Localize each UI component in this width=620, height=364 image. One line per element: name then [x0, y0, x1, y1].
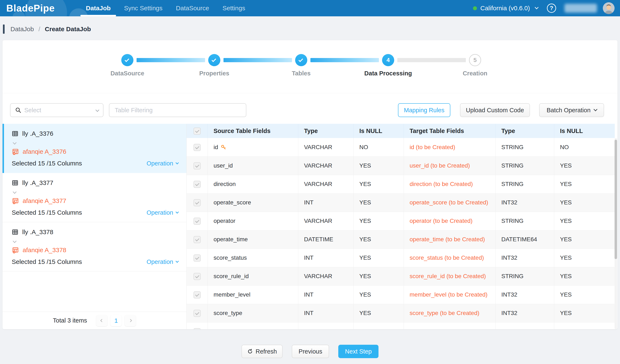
operation-dropdown[interactable]: Operation — [147, 258, 178, 265]
nav-item-datasource[interactable]: DataSource — [169, 0, 216, 16]
batch-operation-button[interactable]: Batch Operation — [539, 103, 604, 117]
selected-columns-text: Selected 15 /15 Columns — [12, 209, 82, 216]
target-field-name: operate_time (to be Created) — [404, 230, 495, 249]
step-connector — [397, 58, 466, 62]
row-checkbox[interactable] — [194, 181, 201, 188]
row-checkbox[interactable] — [194, 236, 201, 243]
fields-mapping-table: Source Table Fields Type Is NULL Target … — [187, 124, 618, 329]
step-label-properties: Properties — [199, 70, 229, 77]
avatar[interactable] — [603, 2, 615, 14]
target-field-type: DATETIME64 — [495, 230, 554, 249]
step-circle-datasource — [121, 54, 133, 66]
step-connector — [223, 58, 292, 62]
row-checkbox[interactable] — [194, 328, 201, 329]
target-field-name: user_id (to be Created) — [404, 156, 495, 175]
source-field-type: DATETIME — [298, 230, 353, 249]
help-icon[interactable]: ? — [547, 3, 556, 13]
pagination-page-1[interactable]: 1 — [110, 315, 122, 326]
expand-chevron-icon[interactable] — [13, 240, 178, 243]
target-field-name: operate_score (to be Created) — [404, 193, 495, 212]
table-filter-input[interactable] — [115, 107, 240, 114]
table-list-item[interactable]: lly .A_3378 afanqie A_33 — [2, 222, 186, 272]
breadcrumb-parent[interactable]: DataJob — [11, 26, 34, 33]
row-checkbox[interactable] — [194, 255, 201, 262]
table-row: operate_time DATETIME YES operate_time (… — [187, 230, 615, 249]
chevron-down-icon — [175, 210, 179, 214]
username-blurred[interactable] — [564, 4, 597, 13]
table-filter-field — [109, 103, 246, 117]
selected-columns-text: Selected 15 /15 Columns — [12, 258, 82, 265]
target-table-icon — [12, 197, 19, 204]
source-field-name: operate_score — [208, 193, 298, 212]
mapping-rules-button[interactable]: Mapping Rules — [398, 103, 450, 117]
source-field-name: id — [214, 143, 218, 151]
target-field-type: STRING — [495, 156, 554, 175]
row-checkbox[interactable] — [194, 144, 201, 151]
check-icon — [298, 57, 303, 62]
select-input[interactable] — [24, 107, 94, 114]
row-checkbox[interactable] — [194, 291, 201, 298]
target-table-icon — [12, 246, 19, 254]
pagination-prev-button[interactable] — [96, 315, 108, 326]
expand-chevron-icon[interactable] — [13, 141, 178, 145]
select-dropdown[interactable] — [10, 103, 104, 117]
target-field-type: INT32 — [495, 286, 554, 304]
row-checkbox[interactable] — [194, 199, 201, 206]
previous-button[interactable]: Previous — [292, 345, 329, 358]
nav-item-settings[interactable]: Settings — [216, 0, 252, 16]
row-checkbox[interactable] — [194, 273, 201, 280]
target-field-type: STRING — [495, 175, 554, 193]
vertical-scrollbar[interactable] — [615, 138, 617, 329]
source-field-name: operate_time — [208, 230, 298, 249]
target-table-name: afanqie A_3376 — [23, 148, 66, 155]
nav-item-datajob[interactable]: DataJob — [79, 0, 117, 16]
step-label-creation: Creation — [463, 70, 487, 77]
table-row: user_id VARCHAR YES user_id (to be Creat… — [187, 156, 615, 175]
target-field-isnull: YES — [554, 230, 615, 249]
select-all-checkbox[interactable] — [194, 128, 201, 135]
source-field-isnull: YES — [353, 267, 404, 286]
operation-dropdown[interactable]: Operation — [147, 160, 178, 167]
source-field-isnull: NO — [353, 138, 404, 156]
col-header-is-null: Is NULL — [353, 124, 404, 138]
target-field-name: score_type (to be Created) — [404, 304, 495, 322]
table-icon — [12, 180, 18, 186]
region-selector-label[interactable]: California (v0.6.0) — [480, 5, 530, 12]
pagination-next-button[interactable] — [125, 315, 136, 326]
check-icon — [212, 57, 216, 62]
table-list-item[interactable]: lly .A_3377 afanqie A_33 — [2, 173, 186, 222]
chevron-down-icon — [594, 107, 597, 111]
upload-custom-code-button[interactable]: Upload Custom Code — [460, 103, 530, 117]
row-checkbox[interactable] — [194, 218, 201, 225]
row-checkbox[interactable] — [194, 310, 201, 317]
expand-chevron-icon[interactable] — [13, 191, 178, 194]
panel-filler — [2, 272, 186, 312]
operation-dropdown[interactable]: Operation — [147, 209, 178, 216]
row-checkbox[interactable] — [194, 162, 201, 169]
step-circle-properties — [208, 54, 220, 66]
target-field-isnull: YES — [554, 212, 615, 230]
chevron-down-icon[interactable] — [535, 5, 539, 9]
next-step-button[interactable]: Next Step — [338, 345, 378, 358]
table-icon — [12, 229, 18, 235]
table-row-partial — [187, 322, 615, 329]
main-menu: DataJob Sync Settings DataSource Setting… — [79, 0, 252, 16]
target-field-isnull: YES — [554, 193, 615, 212]
source-field-name: user_id — [208, 156, 298, 175]
chevron-down-icon — [175, 161, 179, 164]
table-row: score_rule_id VARCHAR YES score_rule_id … — [187, 267, 615, 286]
breadcrumb-accent-bar — [3, 25, 5, 34]
scrollbar-thumb[interactable] — [615, 140, 617, 259]
source-field-isnull: YES — [353, 304, 404, 322]
target-field-type: STRING — [495, 212, 554, 230]
step-label-datasource: DataSource — [110, 70, 144, 77]
target-field-isnull: YES — [554, 304, 615, 322]
source-field-isnull: YES — [353, 286, 404, 304]
source-field-type: INT — [298, 286, 353, 304]
table-list-item[interactable]: lly .A_3376 afanqie A_33 — [2, 124, 186, 173]
refresh-button[interactable]: Refresh — [242, 345, 282, 358]
col-header-target-type: Type — [495, 124, 554, 138]
table-row: operate_score INT YES operate_score (to … — [187, 193, 615, 212]
source-field-type: VARCHAR — [298, 212, 353, 230]
nav-item-sync-settings[interactable]: Sync Settings — [117, 0, 169, 16]
